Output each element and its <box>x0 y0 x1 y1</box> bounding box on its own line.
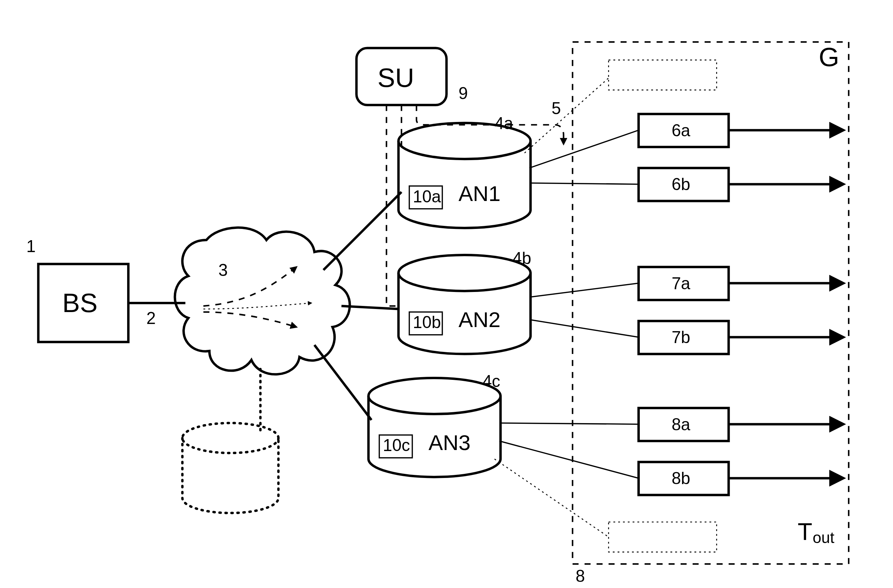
num-7b: 7b <box>672 328 690 346</box>
cloud-flow-down <box>203 312 296 327</box>
an2-cylinder: 10b AN2 <box>398 255 530 354</box>
an1-fan-6b <box>531 183 639 184</box>
num-6b: 6b <box>672 175 690 194</box>
num-10b: 10b <box>413 313 441 332</box>
num-8a: 8a <box>672 415 690 434</box>
num-6a: 6a <box>672 121 690 140</box>
num-8b: 8b <box>672 469 690 488</box>
an1-fan-6a <box>529 130 639 168</box>
an1-cylinder: 10a AN1 <box>398 123 530 228</box>
dotted-cyl-top <box>182 423 278 453</box>
link-cloud-an3 <box>314 345 371 420</box>
dotted-top <box>609 60 717 90</box>
num-3: 3 <box>218 261 228 279</box>
num-8: 8 <box>576 567 585 585</box>
an2-fan-7a <box>531 283 639 297</box>
num-7a: 7a <box>672 274 690 292</box>
su-label: SU <box>377 63 414 92</box>
num-1: 1 <box>26 237 35 255</box>
num-10c: 10c <box>383 436 410 454</box>
an2-fan-7b <box>531 320 639 337</box>
dotted-bot <box>609 522 717 552</box>
an1-label: AN1 <box>459 182 501 206</box>
num-4c: 4c <box>483 372 501 390</box>
an3-fan-8a <box>501 423 639 424</box>
num-4a: 4a <box>495 114 513 132</box>
num-4b: 4b <box>513 249 531 267</box>
num-10a: 10a <box>413 187 441 206</box>
an1-fan-top <box>525 78 609 153</box>
bs-label: BS <box>62 288 98 318</box>
link-cloud-an1 <box>323 192 401 270</box>
diagram: BS 1 2 3 10a AN1 4a 10b AN2 4b 10c AN3 4… <box>0 0 893 588</box>
g-label: G <box>819 42 839 72</box>
cloud-flow-up <box>203 267 296 306</box>
num-5: 5 <box>552 99 561 117</box>
group-g <box>573 42 849 564</box>
out-label: out <box>813 529 834 546</box>
an3-fan-8b <box>499 441 639 478</box>
cloud <box>175 228 350 374</box>
an3-fan-bot <box>495 459 609 537</box>
an2-label: AN2 <box>459 308 501 332</box>
num-9: 9 <box>459 84 468 102</box>
svg-point-1 <box>398 255 530 291</box>
an3-cylinder: 10c AN3 <box>368 378 501 477</box>
num-2: 2 <box>146 309 155 327</box>
t-label: T <box>798 518 812 545</box>
svg-point-2 <box>368 378 501 414</box>
an3-label: AN3 <box>428 430 471 454</box>
